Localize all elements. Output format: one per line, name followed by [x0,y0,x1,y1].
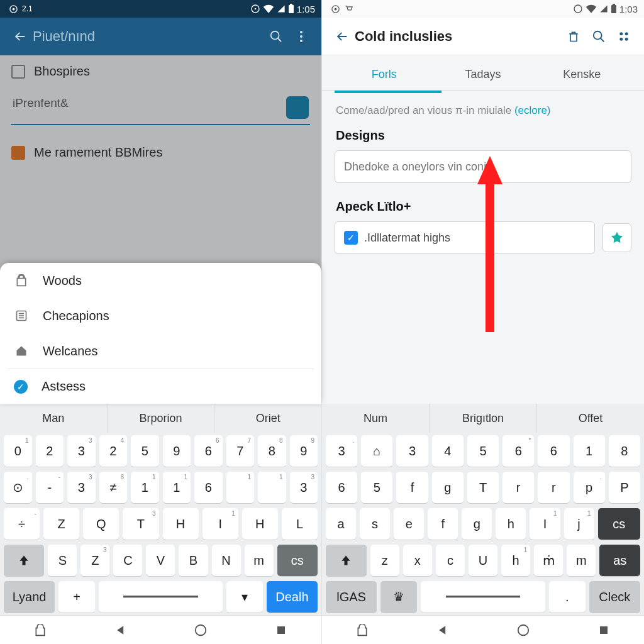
key[interactable]: S [48,545,77,576]
key[interactable]: Z3 [80,545,109,576]
search-button[interactable] [264,24,289,49]
key[interactable]: 6 [538,435,569,467]
key[interactable]: 33 [290,472,318,503]
key[interactable]: V [146,545,175,576]
suggestion[interactable]: Brporion [108,404,215,433]
key[interactable]: m [567,545,596,576]
key[interactable]: h [496,508,526,540]
key[interactable]: ⊙. [4,472,32,503]
key[interactable]: 1 [258,472,286,503]
key[interactable]: 1 [574,435,605,467]
overflow-button[interactable] [289,24,314,49]
apeck-input[interactable] [364,231,586,245]
key[interactable]: Cleck [589,581,640,613]
key[interactable]: e [394,508,424,540]
key[interactable]: 9 [163,435,191,467]
suggestion[interactable]: Oriet [214,404,321,433]
key[interactable]: z [370,545,399,576]
key[interactable]: c [436,545,465,576]
key[interactable]: cs [598,508,640,540]
hint-link[interactable]: (eclore) [514,104,551,116]
key[interactable]: g [432,472,464,503]
nav-recent[interactable] [595,621,613,639]
key[interactable] [326,545,367,576]
back-button[interactable] [8,24,33,49]
key[interactable]: 5 [467,435,499,467]
key[interactable]: Z [43,508,79,540]
key[interactable]: T3 [123,508,158,540]
key[interactable]: 5 [361,472,392,503]
key[interactable]: f [396,472,428,503]
sheet-item-astsess[interactable]: ✓ Astsess [0,369,321,404]
key[interactable]: 4 [432,435,464,467]
suggestion[interactable]: Man [0,404,108,433]
key[interactable]: cs [277,545,318,576]
key[interactable]: j1 [564,508,594,540]
sheet-item-welcanes[interactable]: Welcanes [0,333,321,369]
key[interactable]: lGAS [326,581,377,613]
key[interactable] [4,545,44,576]
key[interactable]: 11 [163,472,191,503]
nav-home[interactable] [192,621,209,639]
key[interactable]: L [282,508,318,540]
designs-field[interactable] [335,150,631,183]
key[interactable]: 3. [326,435,357,467]
nav-app-icon[interactable] [31,621,49,639]
key[interactable]: x [403,545,432,576]
key[interactable]: 8 [609,435,640,467]
key[interactable]: 24 [99,435,128,467]
grid-button[interactable] [611,24,636,49]
designs-input[interactable] [344,160,622,174]
tab-forls[interactable]: Forls [335,55,433,90]
key[interactable]: H [163,508,199,540]
tab-kenske[interactable]: Kenske [533,55,631,90]
key[interactable]: 01 [4,435,32,467]
search-button[interactable] [586,24,611,49]
key[interactable]: p. [574,472,605,503]
key[interactable]: ÷- [4,508,40,540]
nav-home[interactable] [514,621,532,639]
key[interactable]: . [549,581,586,613]
key[interactable]: 88 [258,435,286,467]
key[interactable]: a [326,508,356,540]
confirm-button[interactable] [602,223,631,252]
key[interactable]: N [212,545,241,576]
sheet-item-woods[interactable]: Woods [0,263,321,298]
key[interactable]: H [242,508,278,540]
key[interactable]: 6* [502,435,534,467]
trash-button[interactable] [561,24,586,49]
key[interactable]: ≠8 [99,472,128,503]
key[interactable]: 2 [36,435,64,467]
key[interactable]: 3 [396,435,428,467]
key[interactable]: s [360,508,390,540]
nav-back[interactable] [112,621,130,639]
key[interactable]: h1 [501,545,530,576]
key[interactable]: 66 [194,435,223,467]
key[interactable]: + [58,581,95,613]
key[interactable] [99,581,223,613]
key[interactable]: ⌂ [361,435,392,467]
checkbox-icon[interactable]: ✓ [344,231,358,245]
suggestion[interactable]: Offet [537,404,644,433]
back-button[interactable] [330,24,355,49]
key[interactable]: ṁ [534,545,563,576]
key[interactable]: -- [36,472,64,503]
key[interactable]: g [462,508,492,540]
key[interactable]: I1 [530,508,560,540]
key[interactable]: 77 [226,435,255,467]
key[interactable]: B [179,545,208,576]
suggestion[interactable]: Brigıtlon [430,404,537,433]
sheet-item-checapions[interactable]: Checapions [0,298,321,333]
key[interactable]: 1 [226,472,255,503]
key[interactable]: C [113,545,142,576]
key[interactable]: 33 [67,472,96,503]
nav-back[interactable] [434,621,452,639]
key[interactable]: U [469,545,497,576]
key[interactable]: 99 [290,435,318,467]
nav-recent[interactable] [272,621,290,639]
key[interactable]: Q [83,508,119,540]
nav-app-icon[interactable] [353,621,371,639]
apeck-field[interactable]: ✓ [335,221,595,254]
key[interactable]: Lyand [4,581,55,613]
key[interactable]: P [609,472,640,503]
